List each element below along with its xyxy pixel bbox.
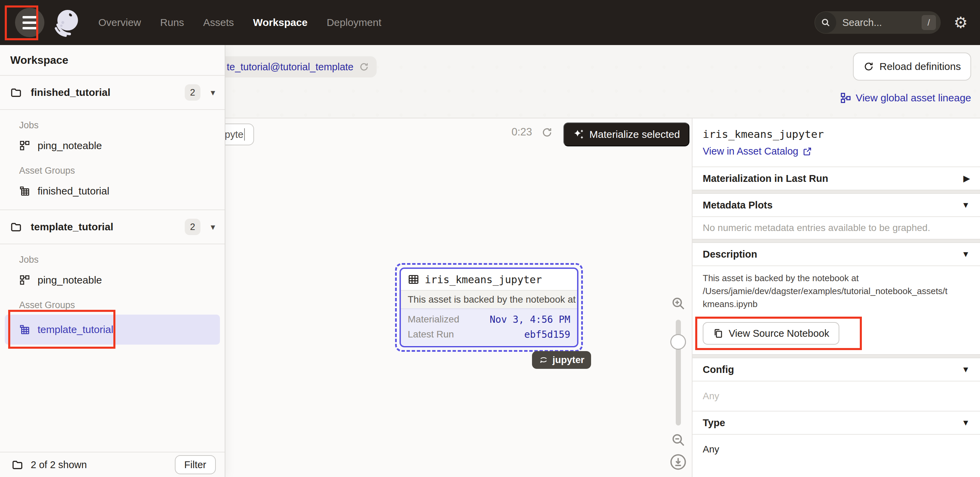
sidebar-item-group-finished-tutorial[interactable]: finished_tutorial: [5, 182, 220, 201]
stat-row-materialized: Materialized Nov 3, 4:56 PM: [408, 312, 570, 327]
stat-label: Latest Run: [408, 329, 454, 340]
asset-groups-section-label: Asset Groups: [19, 300, 225, 311]
text-cursor: [244, 128, 245, 141]
dagster-logo: [52, 8, 81, 37]
jobs-section-label: Jobs: [19, 120, 225, 131]
refresh-icon[interactable]: [541, 127, 553, 138]
external-link-icon: [802, 147, 812, 156]
asset-description-text: This asset is backed by the notebook at …: [692, 266, 980, 313]
section-metadata-plots[interactable]: Metadata Plots ▼: [692, 194, 980, 216]
catalog-link-label: View in Asset Catalog: [703, 146, 798, 157]
hamburger-icon: [22, 16, 37, 18]
nav-item-workspace[interactable]: Workspace: [253, 17, 308, 29]
search-input[interactable]: Search... /: [815, 11, 941, 34]
search-shortcut-key: /: [922, 15, 936, 30]
asset-detail-panel: iris_kmeans_jupyter View in Asset Catalo…: [692, 118, 980, 477]
filter-button[interactable]: Filter: [175, 455, 216, 474]
zoom-out-icon[interactable]: [671, 432, 686, 447]
caret-down-icon: ▼: [962, 365, 970, 374]
folder-icon: [10, 87, 22, 98]
zoom-slider-handle[interactable]: [670, 334, 686, 350]
section-description[interactable]: Description ▼: [692, 243, 980, 265]
view-source-notebook-wrap: View Source Notebook: [703, 322, 839, 345]
workspace-sidebar: Workspace finished_tutorial 2 ▾ Jobs pin…: [0, 45, 225, 477]
caret-down-icon[interactable]: ▾: [211, 87, 215, 98]
config-value: Any: [692, 382, 980, 411]
search-placeholder: Search...: [842, 17, 922, 29]
section-label: Metadata Plots: [703, 200, 773, 211]
type-value: Any: [692, 435, 980, 464]
sidebar-item-group-template-tutorial[interactable]: template_tutorial: [5, 315, 220, 345]
reload-definitions-button[interactable]: Reload definitions: [853, 52, 972, 81]
stat-value[interactable]: ebf5d159: [524, 329, 570, 340]
compute-kind-tag-jupyter[interactable]: jupyter: [532, 351, 591, 369]
group-name: finished_tutorial: [38, 185, 109, 197]
dagster-app: Overview Runs Assets Workspace Deploymen…: [0, 0, 980, 477]
asset-node-iris-kmeans-jupyter[interactable]: iris_kmeans_jupyter This asset is backed…: [399, 268, 578, 347]
code-location-label: te_tutorial@tutorial_template: [227, 62, 353, 73]
caret-down-icon[interactable]: ▾: [211, 222, 215, 232]
sidebar-item-job-ping-noteable[interactable]: ping_noteable: [5, 136, 220, 155]
download-icon[interactable]: [670, 453, 687, 471]
nav-item-runs[interactable]: Runs: [160, 17, 184, 29]
asset-groups-section-label: Asset Groups: [19, 165, 225, 176]
repo-name: finished_tutorial: [31, 87, 185, 98]
section-config[interactable]: Config ▼: [692, 358, 980, 381]
repo-count-badge: 2: [185, 219, 200, 235]
stat-value[interactable]: Nov 3, 4:56 PM: [490, 314, 570, 325]
refresh-icon[interactable]: [359, 62, 369, 72]
graph-zoom-controls: [665, 296, 692, 471]
section-materialization-in-last-run[interactable]: Materialization in Last Run ▶: [692, 167, 980, 190]
view-source-notebook-button[interactable]: View Source Notebook: [703, 322, 839, 345]
asset-node-header: iris_kmeans_jupyter: [401, 269, 577, 290]
nav-item-assets[interactable]: Assets: [203, 17, 234, 29]
folder-icon: [10, 221, 22, 233]
sidebar-item-job-ping-noteable[interactable]: ping_noteable: [5, 271, 220, 290]
section-label: Description: [703, 249, 757, 260]
materialize-selected-label: Materialize selected: [589, 128, 680, 140]
repo-shown-count: 2 of 2 shown: [31, 459, 175, 471]
code-location-tag[interactable]: te_tutorial@tutorial_template: [223, 56, 377, 78]
lineage-icon: [840, 92, 851, 103]
repo-name: template_tutorial: [31, 221, 185, 233]
repo-row-template-tutorial[interactable]: template_tutorial 2 ▾: [0, 210, 225, 244]
repo-count-badge: 2: [185, 84, 200, 101]
job-icon: [19, 275, 30, 285]
section-label: Config: [703, 364, 734, 375]
caret-down-icon: ▼: [962, 249, 970, 259]
sparkle-icon: [573, 128, 585, 140]
section-label: Type: [703, 417, 725, 429]
job-name: ping_noteable: [38, 140, 102, 152]
caret-right-icon: ▶: [964, 174, 970, 183]
folder-icon: [12, 459, 23, 471]
section-type[interactable]: Type ▼: [692, 412, 980, 434]
asset-filter-text: pyte: [225, 129, 243, 140]
reload-definitions-label: Reload definitions: [880, 61, 961, 72]
view-in-asset-catalog-link[interactable]: View in Asset Catalog: [703, 146, 812, 157]
repo-row-finished-tutorial[interactable]: finished_tutorial 2 ▾: [0, 76, 225, 110]
stat-row-latest-run: Latest Run ebf5d159: [408, 327, 570, 342]
caret-down-icon: ▼: [962, 200, 970, 210]
section-label: Materialization in Last Run: [703, 173, 828, 184]
hamburger-menu-button[interactable]: [15, 8, 45, 37]
top-navbar: Overview Runs Assets Workspace Deploymen…: [0, 0, 980, 45]
nav-item-overview[interactable]: Overview: [98, 17, 141, 29]
asset-group-icon: [19, 324, 30, 335]
job-name: ping_noteable: [38, 274, 102, 286]
primary-nav: Overview Runs Assets Workspace Deploymen…: [98, 17, 382, 29]
refresh-icon: [863, 61, 874, 72]
asset-group-icon: [19, 185, 30, 197]
zoom-slider[interactable]: [676, 320, 681, 425]
asset-node-selection-outline[interactable]: iris_kmeans_jupyter This asset is backed…: [395, 263, 583, 352]
materialize-selected-button[interactable]: Materialize selected: [563, 122, 689, 146]
gear-icon[interactable]: ⚙: [954, 15, 968, 30]
panel-asset-title: iris_kmeans_jupyter: [703, 128, 970, 140]
asset-node-description: This asset is backed by the notebook at …: [401, 290, 577, 309]
search-icon: [815, 12, 836, 33]
job-icon: [19, 140, 30, 151]
refresh-timer: 0:23: [512, 126, 532, 138]
nav-item-deployment[interactable]: Deployment: [327, 17, 382, 29]
caret-down-icon: ▼: [962, 418, 970, 428]
view-global-asset-lineage-link[interactable]: View global asset lineage: [840, 92, 971, 104]
zoom-in-icon[interactable]: [671, 296, 686, 311]
